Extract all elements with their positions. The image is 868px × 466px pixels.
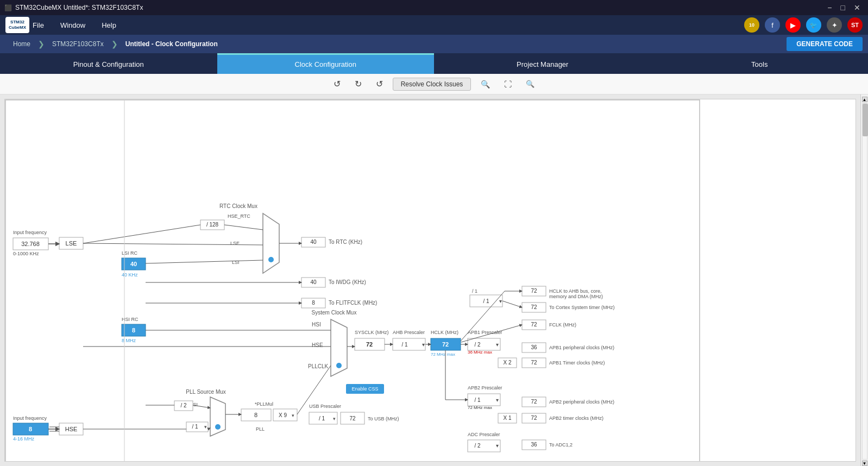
window-title: STM32CubeMX Untitled*: STM32F103C8Tx: [15, 4, 143, 11]
tab-pinout[interactable]: Pinout & Configuration: [0, 53, 217, 74]
lsi-to-mux: [146, 260, 263, 263]
title-bar: ⬛ STM32CubeMX Untitled*: STM32F103C8Tx −…: [0, 0, 868, 15]
cortex-to-output: [502, 301, 522, 307]
hclk-value: 72: [442, 341, 449, 348]
input-freq1-value: 32.768: [21, 241, 40, 247]
title-bar-controls[interactable]: − □ ✕: [824, 3, 864, 12]
ahb-prescaler-value: / 1: [401, 342, 408, 348]
rtc-mux-shape[interactable]: [263, 213, 279, 273]
sysclk-label: SYSCLK (MHz): [355, 330, 389, 335]
apb1-periph-value: 36: [531, 344, 537, 350]
to-flitfclk-value: 8: [312, 300, 315, 306]
hclk-ahb-value: 72: [531, 288, 537, 294]
div1-hse-arrow: ▾: [204, 424, 207, 430]
close-button[interactable]: ✕: [851, 3, 864, 12]
apb1-timer-x2-value: X 2: [503, 360, 511, 366]
generate-code-button[interactable]: GENERATE CODE: [787, 37, 863, 51]
apb1-prescaler-value: / 2: [474, 342, 481, 348]
scroll-down-button[interactable]: ▼: [862, 461, 867, 466]
hse-label: HSE: [65, 426, 78, 432]
hclk-ahb-label2: memory and DMA (MHz): [549, 294, 603, 299]
apb2-prescaler-arrow: ▾: [496, 397, 499, 403]
to-adc-value: 36: [531, 442, 537, 448]
refresh-button[interactable]: ↺: [372, 77, 387, 91]
apb1-periph-label: APB1 peripheral clocks (MHz): [549, 345, 614, 350]
adc-prescaler-box[interactable]: [468, 440, 500, 452]
hse-rtc-label: HSE_RTC: [228, 213, 250, 219]
menu-bar-left: STM32CubeMX File Window Help: [5, 17, 116, 33]
network-icon[interactable]: ✦: [827, 17, 842, 33]
tab-project[interactable]: Project Manager: [434, 53, 651, 74]
ahb-prescaler-arrow: ▾: [422, 342, 425, 348]
youtube-icon[interactable]: ▶: [785, 17, 801, 33]
adc-prescaler-label: ADC Prescaler: [468, 432, 500, 437]
apb1-prescaler-title: APB1 Prescaler: [468, 330, 502, 335]
breadcrumb-chip[interactable]: STM32F103C8Tx: [45, 37, 111, 51]
menu-items: File Window Help: [33, 21, 116, 29]
hclk-label: HCLK (MHz): [431, 330, 458, 335]
input-freq2-label: Input frequency: [13, 415, 47, 421]
apb2-prescaler-title: APB2 Prescaler: [468, 385, 502, 391]
input-freq1-range: 0-1000 KHz: [13, 251, 39, 256]
sysclk-value: 72: [366, 341, 373, 348]
menu-window[interactable]: Window: [60, 21, 85, 29]
pll-src-mux-shape[interactable]: [210, 397, 225, 436]
sys-mux-selector[interactable]: [336, 363, 342, 368]
to-rtc-label: To RTC (KHz): [329, 239, 362, 245]
expand-button[interactable]: ⛶: [500, 78, 516, 91]
to-usb-label: To USB (MHz): [368, 416, 399, 421]
facebook-icon[interactable]: f: [765, 17, 780, 33]
usb-prescaler-arrow: ▾: [333, 416, 336, 421]
pll-src-mux-selector[interactable]: [215, 424, 221, 430]
menu-file[interactable]: File: [33, 21, 44, 29]
clock-diagram-svg: Input frequency 32.768 0-1000 KHz LSE LS…: [5, 99, 700, 462]
to-iwdg-label: To IWDG (KHz): [329, 279, 366, 285]
menu-help[interactable]: Help: [102, 21, 116, 29]
twitter-icon[interactable]: 🐦: [806, 17, 821, 33]
resolve-clock-issues-button[interactable]: Resolve Clock Issues: [393, 78, 471, 91]
fclk-label: FCLK (MHz): [549, 322, 576, 328]
to-iwdg-value: 40: [310, 279, 317, 285]
breadcrumb-config[interactable]: Untitled - Clock Configuration: [118, 37, 225, 51]
to-rtc-value: 40: [310, 239, 317, 245]
to-usb-value: 72: [349, 415, 356, 421]
div2-pll-value: / 2: [180, 402, 187, 408]
apb2-timer-label: APB2 timer clocks (MHz): [549, 415, 603, 421]
apb2-periph-value: 72: [531, 399, 537, 405]
rtc-mux-label: RTC Clock Mux: [219, 203, 257, 209]
pclk2-max-label: 72 MHz max: [468, 405, 492, 410]
right-scrollbar[interactable]: ▲ ▼: [860, 95, 868, 466]
scroll-thumb[interactable]: [863, 104, 868, 136]
apb1-timer-value: 72: [531, 360, 537, 366]
zoom-out-button[interactable]: 🔍: [521, 78, 539, 90]
ahb-prescaler-box[interactable]: [393, 338, 425, 350]
apb1-prescaler-arrow: ▾: [496, 342, 499, 348]
enable-css-label: Enable CSS: [351, 386, 378, 392]
breadcrumb-home[interactable]: Home: [5, 37, 38, 51]
minimize-button[interactable]: −: [824, 3, 835, 12]
cortex-prescaler-label: / 1: [472, 288, 477, 294]
menu-bar-right: 10 f ▶ 🐦 ✦ ST: [744, 17, 863, 33]
sys-hsi-label: HSI: [312, 322, 321, 328]
apb2-prescaler-box[interactable]: [468, 394, 500, 406]
scroll-track: [862, 103, 867, 459]
undo-button[interactable]: ↺: [329, 77, 345, 91]
tab-tools[interactable]: Tools: [651, 53, 869, 74]
hclk-max-label: 72 MHz max: [431, 352, 455, 357]
toolbar: ↺ ↻ ↺ Resolve Clock Issues 🔍 ⛶ 🔍: [0, 74, 868, 95]
diagram-area[interactable]: Input frequency 32.768 0-1000 KHz LSE LS…: [4, 99, 856, 462]
apb2-periph-label: APB2 peripheral clocks (MHz): [549, 399, 614, 405]
st-logo-icon[interactable]: ST: [847, 17, 863, 33]
maximize-button[interactable]: □: [838, 3, 848, 12]
input-freq2-value: 8: [29, 426, 32, 432]
hsi-rc-freq-label: 8 MHz: [122, 338, 136, 343]
rtc-mux-selector[interactable]: [268, 257, 274, 262]
redo-button[interactable]: ↻: [350, 77, 366, 91]
tab-clock[interactable]: Clock Configuration: [217, 53, 435, 74]
lsi-rc-value: 40: [130, 261, 137, 267]
zoom-in-button[interactable]: 🔍: [476, 78, 494, 91]
hsi-rc-value: 8: [132, 327, 135, 333]
scroll-up-button[interactable]: ▲: [862, 97, 867, 102]
input-freq2-range: 4-16 MHz: [13, 436, 35, 442]
apb1-prescaler-box[interactable]: [468, 338, 500, 350]
